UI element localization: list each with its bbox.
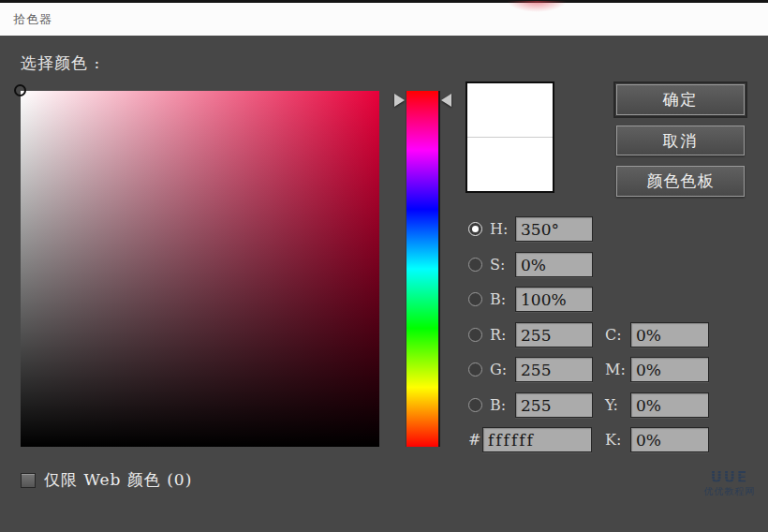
m-input[interactable]: 0% bbox=[630, 357, 709, 382]
k-input[interactable]: 0% bbox=[630, 427, 709, 452]
color-picker-window: 拾色器 选择颜色 : 确定 取消 颜色色板 H: 350° S: 0% B: 1… bbox=[0, 0, 768, 532]
new-color-swatch bbox=[467, 83, 553, 138]
b2-input[interactable]: 255 bbox=[515, 392, 593, 418]
y-input[interactable]: 0% bbox=[630, 392, 709, 418]
titlebar-red-artifact bbox=[507, 1, 567, 12]
y-label: Y: bbox=[605, 396, 630, 414]
b-input[interactable]: 100% bbox=[515, 287, 593, 312]
k-label: K: bbox=[605, 431, 630, 449]
color-preview-swatch bbox=[465, 81, 554, 193]
r-input[interactable]: 255 bbox=[515, 322, 593, 347]
c-row: C: 0% bbox=[605, 322, 709, 347]
hex-label: # bbox=[468, 431, 482, 449]
hue-slider[interactable] bbox=[406, 91, 440, 447]
m-label: M: bbox=[605, 361, 630, 378]
m-row: M: 0% bbox=[605, 357, 709, 382]
prompt-label: 选择颜色 : bbox=[21, 52, 100, 74]
ok-button[interactable]: 确定 bbox=[616, 84, 745, 115]
color-field-marker[interactable] bbox=[14, 84, 26, 96]
h-radio[interactable] bbox=[468, 222, 482, 236]
r-row: R: 255 bbox=[468, 322, 593, 347]
titlebar[interactable]: 拾色器 bbox=[0, 3, 768, 36]
g-row: G: 255 bbox=[468, 357, 593, 382]
k-row: K: 0% bbox=[605, 427, 709, 452]
color-swatches-button[interactable]: 颜色色板 bbox=[616, 166, 745, 197]
b-label: B: bbox=[490, 290, 515, 308]
web-only-row: 仅限 Web 颜色 (0) bbox=[21, 469, 192, 491]
b2-radio[interactable] bbox=[468, 398, 482, 412]
window-title: 拾色器 bbox=[13, 3, 52, 36]
h-input[interactable]: 350° bbox=[515, 216, 593, 242]
web-only-checkbox[interactable] bbox=[21, 473, 36, 488]
c-input[interactable]: 0% bbox=[630, 322, 709, 347]
b2-row: B: 255 bbox=[468, 392, 593, 418]
hex-row: # ffffff bbox=[468, 427, 592, 452]
b2-label: B: bbox=[490, 396, 515, 414]
b-radio[interactable] bbox=[468, 292, 482, 306]
h-label: H: bbox=[490, 220, 515, 238]
g-input[interactable]: 255 bbox=[515, 357, 593, 382]
web-only-label: 仅限 Web 颜色 (0) bbox=[44, 469, 192, 491]
hue-slider-left-arrow[interactable] bbox=[394, 94, 405, 107]
s-row: S: 0% bbox=[468, 252, 593, 277]
h-row: H: 350° bbox=[468, 216, 593, 242]
g-radio[interactable] bbox=[468, 362, 482, 377]
r-label: R: bbox=[490, 326, 515, 344]
s-radio[interactable] bbox=[468, 258, 482, 272]
c-label: C: bbox=[605, 326, 630, 344]
hex-input[interactable]: ffffff bbox=[482, 427, 592, 452]
g-label: G: bbox=[490, 361, 515, 378]
s-input[interactable]: 0% bbox=[515, 252, 593, 277]
s-label: S: bbox=[490, 256, 515, 273]
y-row: Y: 0% bbox=[605, 392, 709, 418]
current-color-swatch bbox=[467, 138, 553, 192]
cancel-button[interactable]: 取消 bbox=[616, 126, 745, 155]
hue-slider-right-arrow[interactable] bbox=[441, 94, 451, 107]
b-row: B: 100% bbox=[468, 287, 593, 312]
r-radio[interactable] bbox=[468, 328, 482, 342]
saturation-brightness-field[interactable] bbox=[21, 91, 379, 447]
